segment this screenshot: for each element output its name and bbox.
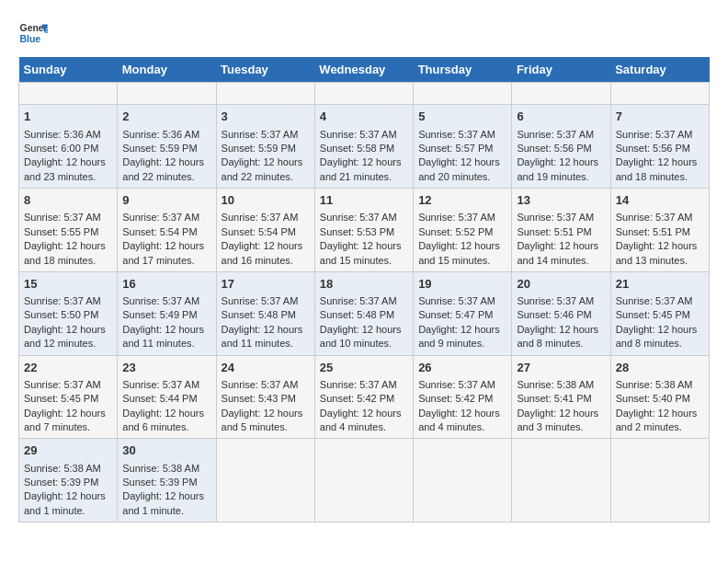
sunrise: Sunrise: 5:37 AM (222, 295, 299, 306)
daylight-label: Daylight: 12 hours and 13 minutes. (616, 240, 698, 265)
sunset: Sunset: 5:49 PM (122, 309, 197, 320)
sunset: Sunset: 5:54 PM (222, 226, 296, 237)
calendar-day-cell: 16Sunrise: 5:37 AMSunset: 5:49 PMDayligh… (118, 271, 216, 355)
calendar-day-cell (512, 83, 610, 105)
day-number: 17 (222, 276, 310, 293)
sunset: Sunset: 5:40 PM (616, 393, 690, 404)
sunrise: Sunrise: 5:37 AM (122, 379, 199, 390)
daylight-label: Daylight: 12 hours and 18 minutes. (616, 156, 698, 181)
sunrise: Sunrise: 5:36 AM (122, 129, 199, 140)
sunrise: Sunrise: 5:37 AM (320, 379, 397, 390)
sunset: Sunset: 5:39 PM (122, 477, 197, 488)
daylight-label: Daylight: 12 hours and 1 minute. (122, 490, 204, 515)
day-number: 28 (616, 360, 704, 376)
daylight-label: Daylight: 12 hours and 4 minutes. (418, 408, 500, 432)
day-number: 12 (418, 192, 506, 209)
sunset: Sunset: 5:55 PM (24, 226, 98, 237)
daylight-label: Daylight: 12 hours and 20 minutes. (418, 156, 500, 181)
sunset: Sunset: 5:56 PM (616, 143, 690, 154)
calendar-day-cell (414, 439, 512, 523)
calendar-day-cell: 26Sunrise: 5:37 AMSunset: 5:42 PMDayligh… (414, 355, 512, 439)
day-number: 5 (418, 109, 506, 125)
calendar-week-row: 15Sunrise: 5:37 AMSunset: 5:50 PMDayligh… (19, 271, 710, 355)
sunrise: Sunrise: 5:37 AM (320, 295, 397, 306)
sunset: Sunset: 5:59 PM (222, 143, 296, 154)
daylight-label: Daylight: 12 hours and 4 minutes. (320, 408, 402, 432)
calendar-week-row: 22Sunrise: 5:37 AMSunset: 5:45 PMDayligh… (19, 355, 710, 439)
weekday-header-wednesday: Wednesday (314, 57, 413, 83)
sunrise: Sunrise: 5:37 AM (418, 212, 495, 223)
sunset: Sunset: 5:53 PM (320, 226, 394, 237)
sunset: Sunset: 5:42 PM (418, 393, 493, 404)
logo: General Blue (18, 18, 48, 48)
calendar-day-cell: 2Sunrise: 5:36 AMSunset: 5:59 PMDaylight… (118, 105, 216, 189)
day-number: 7 (616, 109, 704, 125)
sunset: Sunset: 5:45 PM (24, 393, 98, 404)
calendar-week-row: 1Sunrise: 5:36 AMSunset: 6:00 PMDaylight… (19, 105, 710, 189)
daylight-label: Daylight: 12 hours and 2 minutes. (616, 408, 698, 432)
calendar-day-cell (314, 83, 413, 105)
daylight-label: Daylight: 12 hours and 15 minutes. (418, 240, 500, 265)
sunrise: Sunrise: 5:38 AM (517, 379, 594, 390)
day-number: 18 (320, 276, 408, 293)
calendar-week-row (19, 83, 710, 105)
sunset: Sunset: 5:45 PM (616, 309, 690, 320)
sunset: Sunset: 5:57 PM (418, 143, 493, 154)
day-number: 3 (222, 109, 310, 125)
sunset: Sunset: 5:52 PM (418, 226, 493, 237)
sunrise: Sunrise: 5:38 AM (122, 463, 199, 474)
daylight-label: Daylight: 12 hours and 11 minutes. (222, 324, 303, 349)
daylight-label: Daylight: 12 hours and 9 minutes. (418, 324, 500, 349)
daylight-label: Daylight: 12 hours and 10 minutes. (320, 324, 402, 349)
weekday-header-tuesday: Tuesday (216, 57, 314, 83)
logo-icon: General Blue (18, 18, 48, 48)
sunset: Sunset: 5:56 PM (517, 143, 591, 154)
sunrise: Sunrise: 5:37 AM (222, 212, 299, 223)
calendar-day-cell (512, 439, 610, 523)
day-number: 30 (122, 442, 210, 459)
calendar-day-cell: 25Sunrise: 5:37 AMSunset: 5:42 PMDayligh… (314, 355, 413, 439)
sunset: Sunset: 5:46 PM (517, 309, 591, 320)
calendar-day-cell: 5Sunrise: 5:37 AMSunset: 5:57 PMDaylight… (414, 105, 512, 189)
day-number: 20 (517, 276, 605, 293)
calendar-day-cell: 6Sunrise: 5:37 AMSunset: 5:56 PMDaylight… (512, 105, 610, 189)
calendar-day-cell: 20Sunrise: 5:37 AMSunset: 5:46 PMDayligh… (512, 271, 610, 355)
calendar-day-cell: 29Sunrise: 5:38 AMSunset: 5:39 PMDayligh… (19, 439, 118, 523)
calendar-day-cell: 21Sunrise: 5:37 AMSunset: 5:45 PMDayligh… (610, 271, 709, 355)
calendar-day-cell (118, 83, 216, 105)
calendar-day-cell (314, 439, 413, 523)
day-number: 11 (320, 192, 408, 209)
calendar-day-cell: 8Sunrise: 5:37 AMSunset: 5:55 PMDaylight… (19, 189, 118, 272)
weekday-header-monday: Monday (118, 57, 216, 83)
calendar-day-cell: 3Sunrise: 5:37 AMSunset: 5:59 PMDaylight… (216, 105, 314, 189)
day-number: 2 (122, 109, 210, 125)
calendar-table: SundayMondayTuesdayWednesdayThursdayFrid… (18, 57, 710, 523)
calendar-day-cell: 24Sunrise: 5:37 AMSunset: 5:43 PMDayligh… (216, 355, 314, 439)
calendar-day-cell: 14Sunrise: 5:37 AMSunset: 5:51 PMDayligh… (610, 189, 709, 272)
sunset: Sunset: 5:48 PM (320, 309, 394, 320)
sunrise: Sunrise: 5:37 AM (122, 295, 199, 306)
sunrise: Sunrise: 5:37 AM (517, 295, 594, 306)
weekday-header-sunday: Sunday (19, 57, 118, 83)
sunrise: Sunrise: 5:37 AM (418, 295, 495, 306)
calendar-day-cell: 11Sunrise: 5:37 AMSunset: 5:53 PMDayligh… (314, 189, 413, 272)
day-number: 13 (517, 192, 605, 209)
calendar-day-cell: 19Sunrise: 5:37 AMSunset: 5:47 PMDayligh… (414, 271, 512, 355)
sunset: Sunset: 6:00 PM (24, 143, 98, 154)
day-number: 14 (616, 192, 704, 209)
weekday-header-thursday: Thursday (414, 57, 512, 83)
calendar-day-cell: 10Sunrise: 5:37 AMSunset: 5:54 PMDayligh… (216, 189, 314, 272)
calendar-day-cell: 4Sunrise: 5:37 AMSunset: 5:58 PMDaylight… (314, 105, 413, 189)
weekday-header-row: SundayMondayTuesdayWednesdayThursdayFrid… (19, 57, 710, 83)
weekday-header-saturday: Saturday (610, 57, 709, 83)
sunset: Sunset: 5:44 PM (122, 393, 197, 404)
calendar-day-cell (414, 83, 512, 105)
day-number: 16 (122, 276, 210, 293)
sunset: Sunset: 5:39 PM (24, 477, 98, 488)
sunset: Sunset: 5:51 PM (517, 226, 591, 237)
day-number: 19 (418, 276, 506, 293)
day-number: 29 (24, 442, 112, 459)
weekday-header-friday: Friday (512, 57, 610, 83)
daylight-label: Daylight: 12 hours and 18 minutes. (24, 240, 106, 265)
sunset: Sunset: 5:54 PM (122, 226, 197, 237)
